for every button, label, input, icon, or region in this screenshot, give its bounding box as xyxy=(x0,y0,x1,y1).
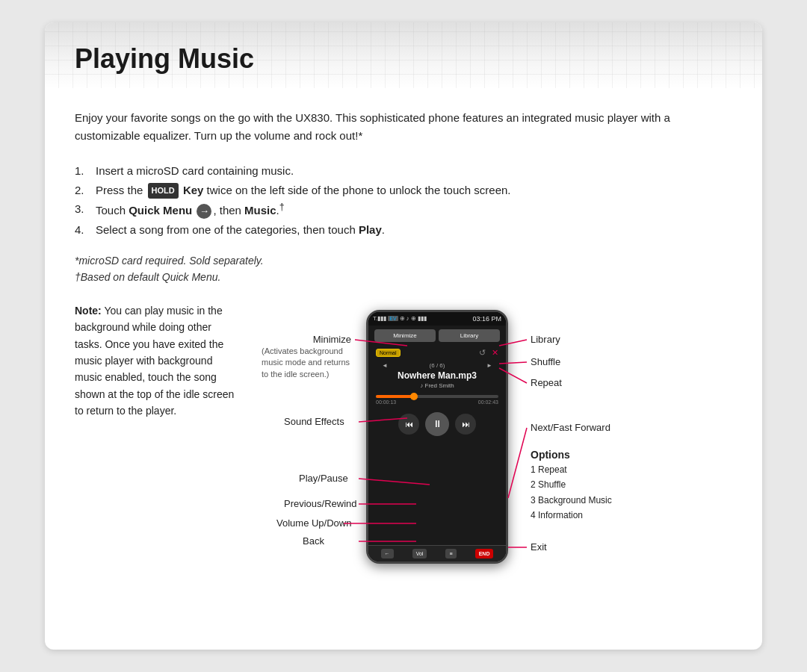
ev-icon: EV xyxy=(388,316,398,321)
bottom-nav: ← Vol ≡ END xyxy=(368,545,506,561)
next-arrow: ► xyxy=(486,362,492,369)
end-button[interactable]: END xyxy=(475,549,494,559)
controls-row: ⏮ ⏸ ⏭ xyxy=(368,408,506,441)
step-3-text: Touch Quick Menu →, then Music.† xyxy=(96,199,285,220)
prev-button[interactable]: ⏮ xyxy=(398,414,419,435)
music-icon: ♪ xyxy=(406,315,409,322)
time-elapsed: 00:00:13 xyxy=(376,399,396,405)
track-name: Nowhere Man.mp3 xyxy=(374,370,500,381)
label-exit: Exit xyxy=(531,541,547,553)
page-title: Playing Music xyxy=(75,43,732,75)
label-library: Library xyxy=(531,334,560,345)
header-band: Playing Music xyxy=(45,22,762,88)
label-play-pause: Play/Pause xyxy=(299,473,348,484)
track-count: (6 / 6) xyxy=(430,362,445,369)
footnote-2: †Based on default Quick Menu. xyxy=(75,269,732,285)
track-num: ◄ (6 / 6) ► xyxy=(374,362,500,369)
library-button[interactable]: Library xyxy=(439,329,500,342)
time-remaining: 00:02:43 xyxy=(478,399,498,405)
step-2-text: Press the HOLD Key twice on the left sid… xyxy=(96,181,511,200)
phone-mockup: T.▮▮▮ EV ⊕ ♪ ⊕ ▮▮▮ 03:16 PM Minimi xyxy=(366,310,508,564)
quick-menu-arrow: → xyxy=(197,204,211,219)
repeat-icon: ↺ xyxy=(479,348,486,358)
progress-times: 00:00:13 00:02:43 xyxy=(368,399,506,405)
sync-icon: ⊕ xyxy=(411,315,416,322)
opt-4: 4 Information xyxy=(531,508,612,523)
hold-badge: HOLD xyxy=(148,183,179,199)
phone-screen: T.▮▮▮ EV ⊕ ♪ ⊕ ▮▮▮ 03:16 PM Minimi xyxy=(368,312,506,561)
label-minimize: Minimize xyxy=(262,334,351,345)
label-back: Back xyxy=(303,535,324,547)
status-time: 03:16 PM xyxy=(472,315,501,323)
track-artist: ♪ Fred Smith xyxy=(374,382,500,389)
prev-arrow: ◄ xyxy=(382,362,388,369)
label-options-list: 1 Repeat 2 Shuffle 3 Background Music 4 … xyxy=(531,462,612,523)
diagram-area: T.▮▮▮ EV ⊕ ♪ ⊕ ▮▮▮ 03:16 PM Minimi xyxy=(262,302,732,586)
back-nav-button[interactable]: ← xyxy=(381,549,394,559)
next-button[interactable]: ⏭ xyxy=(455,414,476,435)
step-4-num: 4. xyxy=(75,220,91,240)
step-2: 2. Press the HOLD Key twice on the left … xyxy=(75,181,732,200)
track-info: ◄ (6 / 6) ► Nowhere Man.mp3 ♪ Fred Smith xyxy=(368,361,506,391)
opt-1: 1 Repeat xyxy=(531,462,612,477)
intro-text: Enjoy your favorite songs on the go with… xyxy=(75,109,732,145)
top-buttons-row: Minimize Library xyxy=(368,326,506,345)
mode-badge: Normal xyxy=(376,349,401,357)
progress-fill xyxy=(376,395,412,398)
step-2-num: 2. xyxy=(75,181,91,200)
step-1-text: Insert a microSD card containing music. xyxy=(96,161,294,181)
status-icons: T.▮▮▮ EV ⊕ ♪ ⊕ ▮▮▮ xyxy=(373,315,427,322)
signal-icon: T.▮▮▮ xyxy=(373,315,386,322)
main-card: Playing Music Enjoy your favorite songs … xyxy=(45,22,762,650)
svg-line-5 xyxy=(508,428,527,498)
label-minimize-sub: (Activates backgroundmusic mode and retu… xyxy=(262,346,366,380)
step-3-num: 3. xyxy=(75,199,91,219)
status-bar: T.▮▮▮ EV ⊕ ♪ ⊕ ▮▮▮ 03:16 PM xyxy=(368,312,506,326)
footnotes: *microSD card required. Sold separately.… xyxy=(75,252,732,286)
opt-3: 3 Background Music xyxy=(531,493,612,508)
mode-icons: ↺ ✕ xyxy=(479,348,498,358)
mode-row: Normal ↺ ✕ xyxy=(368,345,506,361)
footnote-1: *microSD card required. Sold separately. xyxy=(75,252,732,269)
steps-list: 1. Insert a microSD card containing musi… xyxy=(75,161,732,239)
progress-bar xyxy=(376,395,498,398)
note-box: Note: You can play music in the backgrou… xyxy=(75,302,239,420)
step-4-text: Select a song from one of the categories… xyxy=(96,220,385,240)
phone-body: Minimize Library Normal ↺ ✕ xyxy=(368,326,506,561)
play-pause-button[interactable]: ⏸ xyxy=(425,412,449,436)
label-repeat: Repeat xyxy=(531,377,562,388)
vol-button[interactable]: Vol xyxy=(412,549,427,559)
minimize-button[interactable]: Minimize xyxy=(374,329,436,342)
step-3: 3. Touch Quick Menu →, then Music.† xyxy=(75,199,732,220)
label-options: Options xyxy=(531,449,570,461)
step-1-num: 1. xyxy=(75,161,91,181)
step-4: 4. Select a song from one of the categor… xyxy=(75,220,732,240)
progress-dot xyxy=(410,393,418,400)
label-volume: Volume Up/Down xyxy=(276,517,351,529)
battery-icon: ▮▮▮ xyxy=(418,315,427,322)
label-next-ff: Next/Fast Forward xyxy=(531,422,610,433)
shuffle-icon: ✕ xyxy=(492,348,498,358)
step-1: 1. Insert a microSD card containing musi… xyxy=(75,161,732,181)
label-previous-rewind: Previous/Rewind xyxy=(284,498,357,509)
gps-icon: ⊕ xyxy=(400,315,405,322)
bottom-section: Note: You can play music in the backgrou… xyxy=(75,302,732,586)
note-title: Note: xyxy=(75,305,102,317)
content-area: Enjoy your favorite songs on the go with… xyxy=(45,88,762,607)
note-text: Note: You can play music in the backgrou… xyxy=(75,302,239,420)
label-shuffle: Shuffle xyxy=(531,356,560,367)
opt-2: 2 Shuffle xyxy=(531,477,612,492)
menu-button[interactable]: ≡ xyxy=(445,549,456,559)
label-sound-effects: Sound Effects xyxy=(284,416,344,427)
